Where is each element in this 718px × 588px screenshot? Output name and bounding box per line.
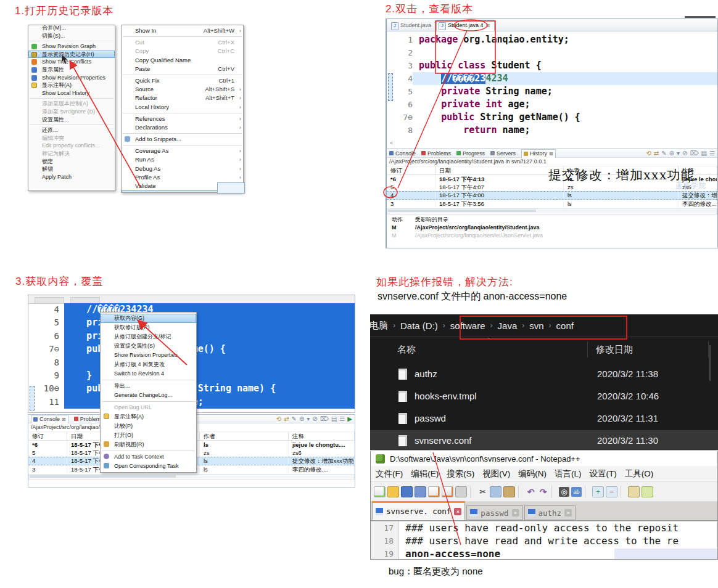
notepad-tab[interactable]: passwd× [466,505,522,520]
saveall-icon[interactable] [415,486,426,497]
menu-item[interactable]: 切换(S)... [28,32,115,40]
notepad-menu-item[interactable]: 编辑(E) [411,468,439,480]
menu-item[interactable]: 添加至版本控制(A) [28,100,115,108]
refresh-icon[interactable]: ⟲ [276,415,281,422]
close-icon[interactable]: × [564,509,572,517]
menu-item[interactable]: 显示属性 [28,66,115,74]
affected-path-row[interactable]: M/AjaxProject/src/org/lanqiao/servlet/Js… [387,232,717,240]
undo-icon[interactable]: ↶ [526,487,536,497]
menu-item[interactable]: 设置属性... [28,116,115,124]
notepad-tab[interactable]: svnserve. conf× [372,501,465,520]
history-column-header[interactable]: 修订 [387,166,435,174]
panel-tab-progress[interactable]: Progress [456,149,485,157]
close-icon[interactable]: ⊠ [486,23,490,28]
close-icon[interactable]: ⊠ [549,151,553,157]
panel-tab-problems[interactable]: Problems [421,149,451,157]
comment-icon[interactable]: ▤ [331,415,337,422]
panel-tab-console[interactable]: Console⊠ [31,415,68,423]
menu-item[interactable]: References› [122,115,243,123]
menu-item[interactable]: Profile As› [122,173,243,182]
menu-item[interactable]: Add to Snippets... [122,135,243,144]
breadcrumb-item[interactable]: svn [524,321,548,331]
history-column-header[interactable]: 日期 [435,166,564,174]
menu-item[interactable]: Debug As› [122,165,243,173]
horizontal-scrollbar[interactable] [28,474,355,480]
history-column-header[interactable]: 作者 [200,432,289,440]
menu-item[interactable]: 从修订版创建分支/标记 [101,332,196,341]
dropdown-icon[interactable]: ▾ [677,150,680,157]
file-row[interactable]: hooks-env.tmpl2020/3/2 10:46 [370,386,718,408]
panel-tab-console[interactable]: Console [389,149,416,157]
replace-icon[interactable]: ab [571,487,582,497]
code-editor[interactable]: 1package org.lanqiao.entity;2 3public cl… [387,31,717,149]
menu-item[interactable]: 设置提交属性(S) [101,341,196,351]
affected-path-row[interactable]: M/AjaxProject/src/org/lanqiao/entity/Stu… [387,224,717,232]
history-row[interactable]: 418-5-17 下午4:00ls提交修改：增加xxx [387,191,717,200]
zoomout-icon[interactable]: − [606,486,617,497]
menu-item[interactable]: Coverage As› [122,147,243,155]
menu-item[interactable]: 显示资源历史记录(H) [28,51,115,59]
compare-icon[interactable]: ✎ [661,150,666,157]
menu-item[interactable]: RefactorAlt+Shift+T› [122,94,243,102]
file-row[interactable]: passwd2020/3/2 11:31 [370,408,718,430]
find-icon[interactable]: ◎ [559,487,569,497]
pin-icon[interactable]: ⊕ [669,150,674,157]
filter-icon[interactable]: ⊘ [682,150,687,157]
dropdown-icon[interactable]: ▾ [307,415,310,422]
file-row[interactable]: authz2020/3/2 11:38 [370,364,718,386]
filter-icon[interactable]: ⊘ [312,415,317,422]
menu-item[interactable]: Local History› [122,103,243,112]
history-column-header[interactable]: 修订 [28,432,67,440]
history-row[interactable]: 318-5-17 下午3:56ls李四的修改... [387,200,717,208]
menu-item[interactable]: 添加至 svn:ignore (D) [28,108,115,116]
close-icon[interactable] [428,486,440,497]
menu-item[interactable]: 还原... [28,126,115,134]
menu-item[interactable]: Switch to Revision 4 [101,369,196,378]
editor-tab[interactable]: JStudent.java 4⊠ [436,20,495,31]
menu-item[interactable]: 显示注释(A) [28,81,115,89]
frame1-icon[interactable] [628,486,640,497]
history-column-header[interactable]: 注释 [289,432,355,440]
breadcrumb-item[interactable]: conf [551,321,579,331]
menu-item[interactable]: 从修订版 4 回复更改 [101,360,196,369]
pin-icon[interactable]: ⊕ [299,415,304,422]
menu-item[interactable]: Show Revision Properties [28,74,115,82]
notepad-menu-item[interactable]: 视图(V) [482,468,510,480]
refresh-icon[interactable]: ⟲ [646,150,651,157]
menu-item[interactable]: Show Local History [28,89,115,97]
notepad-menu-item[interactable]: 编码(N) [518,468,547,480]
menu-item[interactable]: CopyCtrl+C [122,47,243,55]
menu-item[interactable]: 比较(P) [101,422,196,431]
menu-item[interactable]: Show Revision Properties [101,351,196,360]
menu-item[interactable]: SourceAlt+Shift+S› [122,85,243,94]
closeall-icon[interactable] [442,486,453,497]
zoomin-icon[interactable]: + [592,486,604,497]
notepad-editor[interactable]: 17### users have read-only access to the… [371,521,717,560]
menu-item[interactable]: Open Corresponding Task [101,462,196,471]
notepad-tab[interactable]: authz× [524,505,576,520]
menu-item[interactable]: Open Bug URL [101,403,196,412]
open-icon[interactable] [387,486,399,497]
link-icon[interactable]: ⇄ [284,415,289,422]
horizontal-scrollbar[interactable] [387,208,717,214]
menu-item[interactable]: 打开(O) [101,431,196,440]
menu-item[interactable]: 获取修订版(R) [101,323,196,332]
menu-item[interactable]: Copy Qualified Name [122,56,243,65]
panel-tab-servers[interactable]: Servers [490,149,516,157]
scroll-hint[interactable]: < [390,140,393,146]
link-icon[interactable]: ⇄ [654,150,659,157]
comment-icon[interactable]: ▤ [701,150,707,157]
panel-tab-history[interactable]: History⊠ [521,149,556,158]
menu-item[interactable]: Show Revision Graph [28,43,115,51]
menu-item[interactable]: 显示注释(A) [101,412,196,422]
clear-icon[interactable]: ⌦ [690,150,698,157]
column-header-date[interactable]: 修改日期 [596,344,633,356]
new-icon[interactable] [374,486,386,497]
menu-item[interactable]: Edit property conflicts... [28,142,115,150]
menu-item[interactable]: 解锁 [28,165,115,173]
menu-item[interactable]: Apply Patch [28,173,115,181]
menu-item[interactable]: Show Tree Conflicts [28,58,115,66]
close-icon[interactable]: × [512,509,519,517]
menu-item[interactable]: 编辑冲突 [28,134,115,142]
menu-item[interactable]: Declarations› [122,123,243,132]
